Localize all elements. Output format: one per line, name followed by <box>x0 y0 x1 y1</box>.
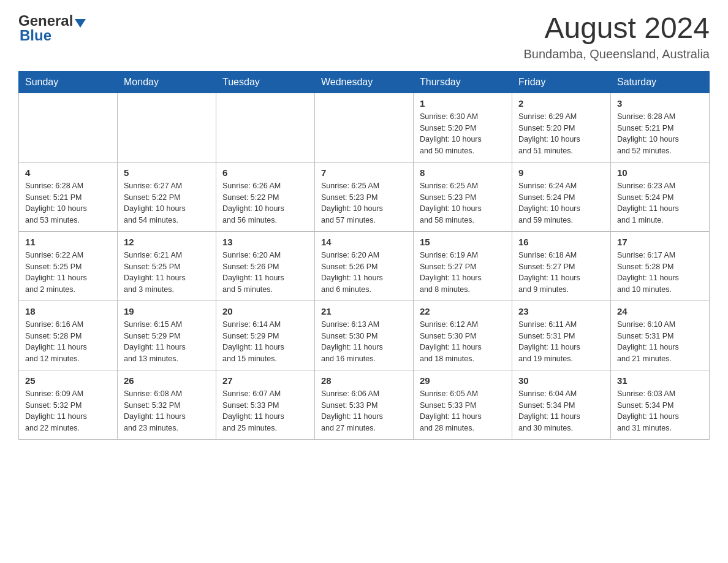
day-info: Sunrise: 6:19 AM Sunset: 5:27 PM Dayligh… <box>420 250 506 296</box>
day-info: Sunrise: 6:11 AM Sunset: 5:31 PM Dayligh… <box>518 319 604 365</box>
day-number: 22 <box>420 306 506 316</box>
day-number: 13 <box>222 237 308 247</box>
day-number: 17 <box>617 237 703 247</box>
calendar-cell: 31Sunrise: 6:03 AM Sunset: 5:34 PM Dayli… <box>611 370 710 439</box>
day-number: 14 <box>321 237 407 247</box>
day-info: Sunrise: 6:30 AM Sunset: 5:20 PM Dayligh… <box>420 111 506 157</box>
day-info: Sunrise: 6:03 AM Sunset: 5:34 PM Dayligh… <box>617 388 703 434</box>
day-number: 4 <box>25 167 111 178</box>
day-info: Sunrise: 6:18 AM Sunset: 5:27 PM Dayligh… <box>518 250 604 296</box>
day-info: Sunrise: 6:22 AM Sunset: 5:25 PM Dayligh… <box>25 250 111 296</box>
day-info: Sunrise: 6:20 AM Sunset: 5:26 PM Dayligh… <box>222 250 308 296</box>
day-number: 3 <box>617 98 703 109</box>
day-info: Sunrise: 6:14 AM Sunset: 5:29 PM Dayligh… <box>222 319 308 365</box>
day-info: Sunrise: 6:10 AM Sunset: 5:31 PM Dayligh… <box>617 319 703 365</box>
calendar-cell: 13Sunrise: 6:20 AM Sunset: 5:26 PM Dayli… <box>216 231 315 301</box>
calendar-week-row: 4Sunrise: 6:28 AM Sunset: 5:21 PM Daylig… <box>19 162 710 231</box>
calendar-cell: 21Sunrise: 6:13 AM Sunset: 5:30 PM Dayli… <box>315 301 414 370</box>
day-number: 18 <box>25 306 111 316</box>
day-number: 9 <box>518 167 604 178</box>
calendar-cell: 3Sunrise: 6:28 AM Sunset: 5:21 PM Daylig… <box>611 93 710 162</box>
day-number: 12 <box>124 237 210 247</box>
day-info: Sunrise: 6:20 AM Sunset: 5:26 PM Dayligh… <box>321 250 407 296</box>
calendar-cell: 20Sunrise: 6:14 AM Sunset: 5:29 PM Dayli… <box>216 301 315 370</box>
day-number: 31 <box>617 375 703 386</box>
day-number: 30 <box>518 375 604 386</box>
calendar-cell: 12Sunrise: 6:21 AM Sunset: 5:25 PM Dayli… <box>118 231 216 301</box>
calendar-day-header: Tuesday <box>216 71 315 93</box>
day-info: Sunrise: 6:23 AM Sunset: 5:24 PM Dayligh… <box>617 180 703 226</box>
day-info: Sunrise: 6:12 AM Sunset: 5:30 PM Dayligh… <box>420 319 506 365</box>
day-number: 21 <box>321 306 407 316</box>
logo-blue-text: Blue <box>20 27 51 44</box>
calendar-cell <box>118 93 216 162</box>
day-info: Sunrise: 6:05 AM Sunset: 5:33 PM Dayligh… <box>420 388 506 434</box>
day-number: 19 <box>124 306 210 316</box>
calendar-cell: 22Sunrise: 6:12 AM Sunset: 5:30 PM Dayli… <box>414 301 512 370</box>
calendar-cell: 10Sunrise: 6:23 AM Sunset: 5:24 PM Dayli… <box>611 162 710 231</box>
day-number: 20 <box>222 306 308 316</box>
calendar-cell: 17Sunrise: 6:17 AM Sunset: 5:28 PM Dayli… <box>611 231 710 301</box>
day-number: 29 <box>420 375 506 386</box>
day-info: Sunrise: 6:28 AM Sunset: 5:21 PM Dayligh… <box>617 111 703 157</box>
location-text: Bundamba, Queensland, Australia <box>523 47 710 61</box>
calendar-cell: 30Sunrise: 6:04 AM Sunset: 5:34 PM Dayli… <box>512 370 611 439</box>
calendar-cell: 24Sunrise: 6:10 AM Sunset: 5:31 PM Dayli… <box>611 301 710 370</box>
calendar-cell: 11Sunrise: 6:22 AM Sunset: 5:25 PM Dayli… <box>19 231 118 301</box>
calendar-day-header: Wednesday <box>315 71 414 93</box>
day-info: Sunrise: 6:26 AM Sunset: 5:22 PM Dayligh… <box>222 180 308 226</box>
day-info: Sunrise: 6:25 AM Sunset: 5:23 PM Dayligh… <box>321 180 407 226</box>
day-number: 27 <box>222 375 308 386</box>
day-info: Sunrise: 6:06 AM Sunset: 5:33 PM Dayligh… <box>321 388 407 434</box>
title-section: August 2024 Bundamba, Queensland, Austra… <box>523 12 710 61</box>
calendar-cell: 19Sunrise: 6:15 AM Sunset: 5:29 PM Dayli… <box>118 301 216 370</box>
day-info: Sunrise: 6:07 AM Sunset: 5:33 PM Dayligh… <box>222 388 308 434</box>
day-info: Sunrise: 6:08 AM Sunset: 5:32 PM Dayligh… <box>124 388 210 434</box>
day-number: 6 <box>222 167 308 178</box>
month-title: August 2024 <box>523 12 710 45</box>
day-info: Sunrise: 6:09 AM Sunset: 5:32 PM Dayligh… <box>25 388 111 434</box>
day-info: Sunrise: 6:21 AM Sunset: 5:25 PM Dayligh… <box>124 250 210 296</box>
calendar-cell: 6Sunrise: 6:26 AM Sunset: 5:22 PM Daylig… <box>216 162 315 231</box>
calendar-cell: 8Sunrise: 6:25 AM Sunset: 5:23 PM Daylig… <box>414 162 512 231</box>
calendar-week-row: 25Sunrise: 6:09 AM Sunset: 5:32 PM Dayli… <box>19 370 710 439</box>
calendar-cell: 15Sunrise: 6:19 AM Sunset: 5:27 PM Dayli… <box>414 231 512 301</box>
day-number: 25 <box>25 375 111 386</box>
calendar-week-row: 1Sunrise: 6:30 AM Sunset: 5:20 PM Daylig… <box>19 93 710 162</box>
day-info: Sunrise: 6:13 AM Sunset: 5:30 PM Dayligh… <box>321 319 407 365</box>
calendar-cell: 28Sunrise: 6:06 AM Sunset: 5:33 PM Dayli… <box>315 370 414 439</box>
day-info: Sunrise: 6:25 AM Sunset: 5:23 PM Dayligh… <box>420 180 506 226</box>
calendar-cell: 7Sunrise: 6:25 AM Sunset: 5:23 PM Daylig… <box>315 162 414 231</box>
day-number: 1 <box>420 98 506 109</box>
page-header: General Blue August 2024 Bundamba, Queen… <box>18 12 710 61</box>
calendar-cell: 23Sunrise: 6:11 AM Sunset: 5:31 PM Dayli… <box>512 301 611 370</box>
calendar-day-header: Monday <box>118 71 216 93</box>
calendar-cell: 2Sunrise: 6:29 AM Sunset: 5:20 PM Daylig… <box>512 93 611 162</box>
calendar-cell: 14Sunrise: 6:20 AM Sunset: 5:26 PM Dayli… <box>315 231 414 301</box>
calendar-week-row: 18Sunrise: 6:16 AM Sunset: 5:28 PM Dayli… <box>19 301 710 370</box>
day-number: 24 <box>617 306 703 316</box>
calendar-table: SundayMondayTuesdayWednesdayThursdayFrid… <box>18 71 710 440</box>
day-number: 8 <box>420 167 506 178</box>
calendar-cell: 18Sunrise: 6:16 AM Sunset: 5:28 PM Dayli… <box>19 301 118 370</box>
calendar-week-row: 11Sunrise: 6:22 AM Sunset: 5:25 PM Dayli… <box>19 231 710 301</box>
calendar-cell: 9Sunrise: 6:24 AM Sunset: 5:24 PM Daylig… <box>512 162 611 231</box>
calendar-cell: 16Sunrise: 6:18 AM Sunset: 5:27 PM Dayli… <box>512 231 611 301</box>
day-info: Sunrise: 6:28 AM Sunset: 5:21 PM Dayligh… <box>25 180 111 226</box>
day-info: Sunrise: 6:24 AM Sunset: 5:24 PM Dayligh… <box>518 180 604 226</box>
day-info: Sunrise: 6:15 AM Sunset: 5:29 PM Dayligh… <box>124 319 210 365</box>
calendar-cell: 27Sunrise: 6:07 AM Sunset: 5:33 PM Dayli… <box>216 370 315 439</box>
day-number: 10 <box>617 167 703 178</box>
calendar-cell <box>216 93 315 162</box>
logo: General Blue <box>18 12 86 44</box>
day-info: Sunrise: 6:29 AM Sunset: 5:20 PM Dayligh… <box>518 111 604 157</box>
calendar-cell: 25Sunrise: 6:09 AM Sunset: 5:32 PM Dayli… <box>19 370 118 439</box>
calendar-day-header: Friday <box>512 71 611 93</box>
day-number: 7 <box>321 167 407 178</box>
calendar-cell: 29Sunrise: 6:05 AM Sunset: 5:33 PM Dayli… <box>414 370 512 439</box>
calendar-day-header: Saturday <box>611 71 710 93</box>
day-number: 26 <box>124 375 210 386</box>
day-number: 2 <box>518 98 604 109</box>
day-number: 28 <box>321 375 407 386</box>
day-number: 23 <box>518 306 604 316</box>
